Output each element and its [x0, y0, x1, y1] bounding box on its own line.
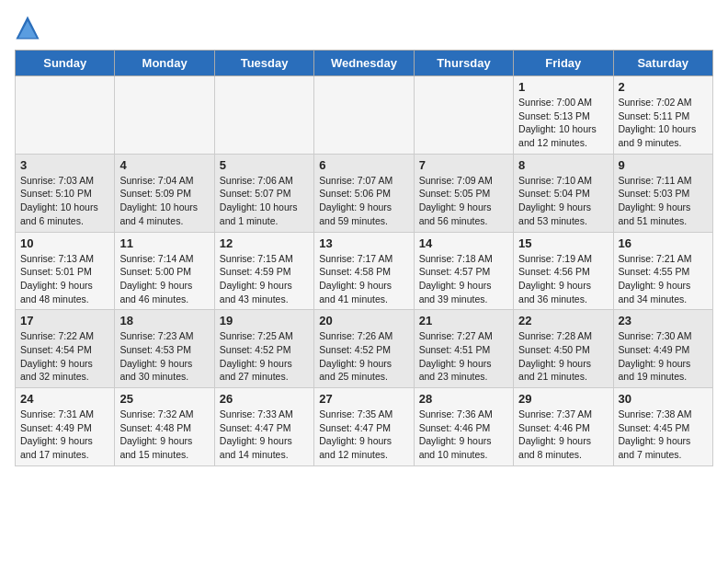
logo-icon: [15, 15, 40, 40]
day-number: 9: [619, 158, 708, 172]
calendar-cell: 25Sunrise: 7:32 AM Sunset: 4:48 PM Dayli…: [115, 388, 214, 466]
day-number: 17: [20, 314, 109, 327]
calendar-cell: 22Sunrise: 7:28 AM Sunset: 4:50 PM Dayli…: [514, 310, 613, 388]
calendar-cell: 1Sunrise: 7:00 AM Sunset: 5:13 PM Daylig…: [514, 76, 613, 155]
day-info: Sunrise: 7:36 AM Sunset: 4:46 PM Dayligh…: [419, 408, 508, 462]
day-number: 27: [319, 392, 408, 406]
day-info: Sunrise: 7:06 AM Sunset: 5:07 PM Dayligh…: [220, 174, 309, 228]
day-info: Sunrise: 7:17 AM Sunset: 4:58 PM Dayligh…: [319, 252, 408, 306]
logo: [15, 15, 44, 40]
day-number: 15: [518, 236, 608, 250]
day-info: Sunrise: 7:25 AM Sunset: 4:52 PM Dayligh…: [220, 329, 309, 384]
calendar-cell: 6Sunrise: 7:07 AM Sunset: 5:06 PM Daylig…: [314, 154, 414, 232]
day-number: 23: [619, 314, 708, 327]
calendar-cell: 12Sunrise: 7:15 AM Sunset: 4:59 PM Dayli…: [214, 232, 313, 310]
calendar-cell: 28Sunrise: 7:36 AM Sunset: 4:46 PM Dayli…: [414, 388, 513, 466]
day-info: Sunrise: 7:07 AM Sunset: 5:06 PM Dayligh…: [319, 174, 408, 228]
calendar-cell: 2Sunrise: 7:02 AM Sunset: 5:11 PM Daylig…: [613, 76, 712, 155]
day-number: 30: [619, 392, 708, 406]
calendar-cell: 29Sunrise: 7:37 AM Sunset: 4:46 PM Dayli…: [514, 388, 613, 466]
day-number: 18: [119, 314, 209, 327]
day-info: Sunrise: 7:28 AM Sunset: 4:50 PM Dayligh…: [518, 329, 608, 384]
day-number: 19: [220, 314, 309, 327]
day-number: 6: [319, 158, 408, 172]
col-header-saturday: Saturday: [613, 51, 712, 76]
day-info: Sunrise: 7:35 AM Sunset: 4:47 PM Dayligh…: [319, 408, 408, 462]
col-header-wednesday: Wednesday: [314, 51, 414, 76]
day-number: 10: [20, 236, 109, 250]
day-number: 8: [518, 158, 608, 172]
day-number: 29: [518, 392, 608, 406]
day-info: Sunrise: 7:33 AM Sunset: 4:47 PM Dayligh…: [220, 408, 309, 462]
day-info: Sunrise: 7:13 AM Sunset: 5:01 PM Dayligh…: [20, 252, 109, 306]
day-info: Sunrise: 7:04 AM Sunset: 5:09 PM Dayligh…: [119, 174, 209, 228]
calendar-cell: 26Sunrise: 7:33 AM Sunset: 4:47 PM Dayli…: [214, 388, 313, 466]
calendar-cell: 13Sunrise: 7:17 AM Sunset: 4:58 PM Dayli…: [314, 232, 414, 310]
calendar-cell: 16Sunrise: 7:21 AM Sunset: 4:55 PM Dayli…: [613, 232, 712, 310]
calendar-cell: 30Sunrise: 7:38 AM Sunset: 4:45 PM Dayli…: [613, 388, 712, 466]
calendar-table: SundayMondayTuesdayWednesdayThursdayFrid…: [15, 50, 713, 466]
day-number: 12: [220, 236, 309, 250]
day-info: Sunrise: 7:10 AM Sunset: 5:04 PM Dayligh…: [518, 174, 608, 228]
calendar-cell: [214, 76, 313, 155]
calendar-cell: 20Sunrise: 7:26 AM Sunset: 4:52 PM Dayli…: [314, 310, 414, 388]
day-info: Sunrise: 7:15 AM Sunset: 4:59 PM Dayligh…: [220, 252, 309, 306]
calendar-cell: 15Sunrise: 7:19 AM Sunset: 4:56 PM Dayli…: [514, 232, 613, 310]
day-number: 28: [419, 392, 508, 406]
col-header-sunday: Sunday: [16, 51, 115, 76]
day-number: 20: [319, 314, 408, 327]
day-number: 25: [119, 392, 209, 406]
calendar-cell: 4Sunrise: 7:04 AM Sunset: 5:09 PM Daylig…: [115, 154, 214, 232]
col-header-friday: Friday: [514, 51, 613, 76]
day-info: Sunrise: 7:09 AM Sunset: 5:05 PM Dayligh…: [419, 174, 508, 228]
day-info: Sunrise: 7:38 AM Sunset: 4:45 PM Dayligh…: [619, 408, 708, 462]
col-header-monday: Monday: [115, 51, 214, 76]
day-number: 7: [419, 158, 508, 172]
day-number: 26: [220, 392, 309, 406]
calendar-cell: [115, 76, 214, 155]
calendar-cell: 7Sunrise: 7:09 AM Sunset: 5:05 PM Daylig…: [414, 154, 513, 232]
calendar-cell: [414, 76, 513, 155]
day-number: 13: [319, 236, 408, 250]
day-info: Sunrise: 7:27 AM Sunset: 4:51 PM Dayligh…: [419, 329, 508, 384]
calendar-cell: 21Sunrise: 7:27 AM Sunset: 4:51 PM Dayli…: [414, 310, 513, 388]
day-info: Sunrise: 7:22 AM Sunset: 4:54 PM Dayligh…: [20, 329, 109, 384]
calendar-cell: 23Sunrise: 7:30 AM Sunset: 4:49 PM Dayli…: [613, 310, 712, 388]
day-info: Sunrise: 7:11 AM Sunset: 5:03 PM Dayligh…: [619, 174, 708, 228]
calendar-cell: 10Sunrise: 7:13 AM Sunset: 5:01 PM Dayli…: [16, 232, 115, 310]
day-number: 14: [419, 236, 508, 250]
day-info: Sunrise: 7:03 AM Sunset: 5:10 PM Dayligh…: [20, 174, 109, 228]
day-number: 1: [518, 80, 608, 94]
day-number: 2: [619, 80, 708, 94]
col-header-thursday: Thursday: [414, 51, 513, 76]
col-header-tuesday: Tuesday: [214, 51, 313, 76]
day-number: 11: [119, 236, 209, 250]
calendar-cell: 17Sunrise: 7:22 AM Sunset: 4:54 PM Dayli…: [16, 310, 115, 388]
day-number: 5: [220, 158, 309, 172]
day-number: 16: [619, 236, 708, 250]
day-info: Sunrise: 7:19 AM Sunset: 4:56 PM Dayligh…: [518, 252, 608, 306]
day-info: Sunrise: 7:23 AM Sunset: 4:53 PM Dayligh…: [119, 329, 209, 384]
calendar-cell: 24Sunrise: 7:31 AM Sunset: 4:49 PM Dayli…: [16, 388, 115, 466]
day-info: Sunrise: 7:21 AM Sunset: 4:55 PM Dayligh…: [619, 252, 708, 306]
calendar-cell: 5Sunrise: 7:06 AM Sunset: 5:07 PM Daylig…: [214, 154, 313, 232]
day-info: Sunrise: 7:31 AM Sunset: 4:49 PM Dayligh…: [20, 408, 109, 462]
day-info: Sunrise: 7:14 AM Sunset: 5:00 PM Dayligh…: [119, 252, 209, 306]
day-info: Sunrise: 7:32 AM Sunset: 4:48 PM Dayligh…: [119, 408, 209, 462]
day-info: Sunrise: 7:02 AM Sunset: 5:11 PM Dayligh…: [619, 96, 708, 150]
day-number: 21: [419, 314, 508, 327]
day-number: 3: [20, 158, 109, 172]
calendar-cell: 18Sunrise: 7:23 AM Sunset: 4:53 PM Dayli…: [115, 310, 214, 388]
calendar-cell: 3Sunrise: 7:03 AM Sunset: 5:10 PM Daylig…: [16, 154, 115, 232]
calendar-cell: [314, 76, 414, 155]
day-number: 22: [518, 314, 608, 327]
calendar-cell: 27Sunrise: 7:35 AM Sunset: 4:47 PM Dayli…: [314, 388, 414, 466]
calendar-cell: 9Sunrise: 7:11 AM Sunset: 5:03 PM Daylig…: [613, 154, 712, 232]
calendar-header: SundayMondayTuesdayWednesdayThursdayFrid…: [16, 51, 713, 76]
page-header: [15, 15, 713, 40]
calendar-cell: 8Sunrise: 7:10 AM Sunset: 5:04 PM Daylig…: [514, 154, 613, 232]
day-info: Sunrise: 7:37 AM Sunset: 4:46 PM Dayligh…: [518, 408, 608, 462]
day-info: Sunrise: 7:30 AM Sunset: 4:49 PM Dayligh…: [619, 329, 708, 384]
calendar-cell: 11Sunrise: 7:14 AM Sunset: 5:00 PM Dayli…: [115, 232, 214, 310]
calendar-cell: 14Sunrise: 7:18 AM Sunset: 4:57 PM Dayli…: [414, 232, 513, 310]
